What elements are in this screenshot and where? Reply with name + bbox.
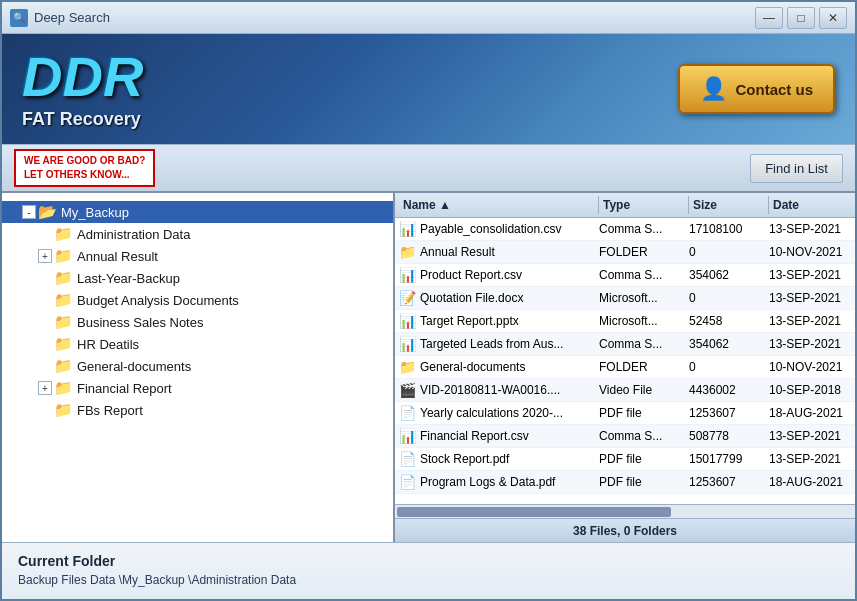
file-size-cell: 1253607 xyxy=(685,472,765,492)
tree-item-label: Last-Year-Backup xyxy=(77,271,180,286)
tree-item-lastyear[interactable]: 📁 Last-Year-Backup xyxy=(2,267,393,289)
logo-text: DDR xyxy=(22,49,678,105)
file-name-cell: 📄 Program Logs & Data.pdf xyxy=(395,471,595,493)
col-size: Size xyxy=(689,196,769,214)
expander[interactable]: + xyxy=(38,381,52,395)
file-type-cell: PDF file xyxy=(595,449,685,469)
file-name-cell: 📁 General-documents xyxy=(395,356,595,378)
file-date-cell: 13-SEP-2021 xyxy=(765,449,855,469)
folder-icon: 📁 xyxy=(54,379,73,397)
file-name-cell: 🎬 VID-20180811-WA0016.... xyxy=(395,379,595,401)
file-size-cell: 4436002 xyxy=(685,380,765,400)
files-count: 38 Files, 0 Folders xyxy=(573,524,677,538)
we-are-good-line1: WE ARE GOOD OR BAD? xyxy=(24,154,145,168)
tree-item-financial[interactable]: + 📁 Financial Report xyxy=(2,377,393,399)
folder-icon: 📁 xyxy=(399,359,416,375)
file-size-cell: 17108100 xyxy=(685,219,765,239)
file-size-cell: 52458 xyxy=(685,311,765,331)
file-name: Quotation File.docx xyxy=(420,291,523,305)
tree-item-label: General-documents xyxy=(77,359,191,374)
csv-icon: 📊 xyxy=(399,221,416,237)
h-scroll-thumb xyxy=(397,507,671,517)
file-type-cell: FOLDER xyxy=(595,242,685,262)
we-are-good-badge[interactable]: WE ARE GOOD OR BAD? LET OTHERS KNOW... xyxy=(14,149,155,187)
file-name: Targeted Leads from Aus... xyxy=(420,337,563,351)
file-type-cell: Video File xyxy=(595,380,685,400)
file-list-header: Name ▲ Type Size Date Time xyxy=(395,193,855,218)
toolbar: WE ARE GOOD OR BAD? LET OTHERS KNOW... F… xyxy=(2,144,855,192)
app-title: Deep Search xyxy=(34,10,110,25)
close-button[interactable]: ✕ xyxy=(819,7,847,29)
csv-icon: 📊 xyxy=(399,336,416,352)
file-size-cell: 508778 xyxy=(685,426,765,446)
doc-icon: 📝 xyxy=(399,290,416,306)
minimize-button[interactable]: — xyxy=(755,7,783,29)
tree-item-general[interactable]: 📁 General-documents xyxy=(2,355,393,377)
file-name-cell: 📊 Financial Report.csv xyxy=(395,425,595,447)
file-date-cell: 13-SEP-2021 xyxy=(765,288,855,308)
tree-item-annual-result[interactable]: + 📁 Annual Result xyxy=(2,245,393,267)
files-count-status: 38 Files, 0 Folders xyxy=(395,518,855,542)
file-date-cell: 18-AUG-2021 xyxy=(765,472,855,492)
file-size-cell: 354062 xyxy=(685,265,765,285)
file-name: Financial Report.csv xyxy=(420,429,529,443)
file-date-cell: 10-SEP-2018 xyxy=(765,380,855,400)
find-in-list-button[interactable]: Find in List xyxy=(750,154,843,183)
directory-tree-panel: - 📂 My_Backup 📁 Administration Data + 📁 … xyxy=(2,193,395,542)
pdf-icon: 📄 xyxy=(399,405,416,421)
horizontal-scrollbar[interactable] xyxy=(395,504,855,518)
file-name-cell: 📊 Payable_consolidation.csv xyxy=(395,218,595,240)
tree-item-label: My_Backup xyxy=(61,205,129,220)
ppt-icon: 📊 xyxy=(399,313,416,329)
tree-item-label: Budget Analysis Documents xyxy=(77,293,239,308)
table-row[interactable]: 📊 Target Report.pptx Microsoft... 52458 … xyxy=(395,310,855,333)
file-size-cell: 354062 xyxy=(685,334,765,354)
folder-icon: 📁 xyxy=(54,269,73,287)
table-row[interactable]: 📄 Stock Report.pdf PDF file 15017799 13-… xyxy=(395,448,855,471)
table-row[interactable]: 📊 Targeted Leads from Aus... Comma S... … xyxy=(395,333,855,356)
file-name: Target Report.pptx xyxy=(420,314,519,328)
tree-item-business[interactable]: 📁 Business Sales Notes xyxy=(2,311,393,333)
title-bar-left: 🔍 Deep Search xyxy=(10,9,110,27)
col-type: Type xyxy=(599,196,689,214)
file-name: VID-20180811-WA0016.... xyxy=(420,383,560,397)
maximize-button[interactable]: □ xyxy=(787,7,815,29)
col-date: Date xyxy=(769,196,855,214)
expander[interactable]: - xyxy=(22,205,36,219)
table-row[interactable]: 🎬 VID-20180811-WA0016.... Video File 443… xyxy=(395,379,855,402)
table-row[interactable]: 📁 Annual Result FOLDER 0 10-NOV-2021 11:… xyxy=(395,241,855,264)
csv-icon: 📊 xyxy=(399,267,416,283)
tree-item-mybackup[interactable]: - 📂 My_Backup xyxy=(2,201,393,223)
file-name: Payable_consolidation.csv xyxy=(420,222,561,236)
file-type-cell: FOLDER xyxy=(595,357,685,377)
tree-item-budget[interactable]: 📁 Budget Analysis Documents xyxy=(2,289,393,311)
col-name: Name ▲ xyxy=(399,196,599,214)
table-row[interactable]: 📊 Product Report.csv Comma S... 354062 1… xyxy=(395,264,855,287)
tree-item-fbs[interactable]: 📁 FBs Report xyxy=(2,399,393,421)
tree-item-admin-data[interactable]: 📁 Administration Data xyxy=(2,223,393,245)
folder-icon: 📁 xyxy=(54,335,73,353)
contact-button[interactable]: 👤 Contact us xyxy=(678,64,835,114)
app-icon: 🔍 xyxy=(10,9,28,27)
file-date-cell: 13-SEP-2021 xyxy=(765,219,855,239)
file-type-cell: Comma S... xyxy=(595,219,685,239)
tree-item-hr[interactable]: 📁 HR Deatils xyxy=(2,333,393,355)
expander[interactable]: + xyxy=(38,249,52,263)
pdf-icon: 📄 xyxy=(399,451,416,467)
table-row[interactable]: 📁 General-documents FOLDER 0 10-NOV-2021… xyxy=(395,356,855,379)
folder-icon: 📁 xyxy=(54,225,73,243)
table-row[interactable]: 📊 Financial Report.csv Comma S... 508778… xyxy=(395,425,855,448)
table-row[interactable]: 📝 Quotation File.docx Microsoft... 0 13-… xyxy=(395,287,855,310)
file-date-cell: 13-SEP-2021 xyxy=(765,311,855,331)
table-row[interactable]: 📄 Yearly calculations 2020-... PDF file … xyxy=(395,402,855,425)
file-date-cell: 13-SEP-2021 xyxy=(765,334,855,354)
file-size-cell: 0 xyxy=(685,357,765,377)
tree-item-label: HR Deatils xyxy=(77,337,139,352)
tree-scroll[interactable]: - 📂 My_Backup 📁 Administration Data + 📁 … xyxy=(2,193,393,542)
file-date-cell: 10-NOV-2021 xyxy=(765,357,855,377)
table-row[interactable]: 📄 Program Logs & Data.pdf PDF file 12536… xyxy=(395,471,855,494)
current-folder-path: Backup Files Data \My_Backup \Administra… xyxy=(18,573,839,587)
file-type-cell: Comma S... xyxy=(595,426,685,446)
file-type-cell: Microsoft... xyxy=(595,311,685,331)
table-row[interactable]: 📊 Payable_consolidation.csv Comma S... 1… xyxy=(395,218,855,241)
